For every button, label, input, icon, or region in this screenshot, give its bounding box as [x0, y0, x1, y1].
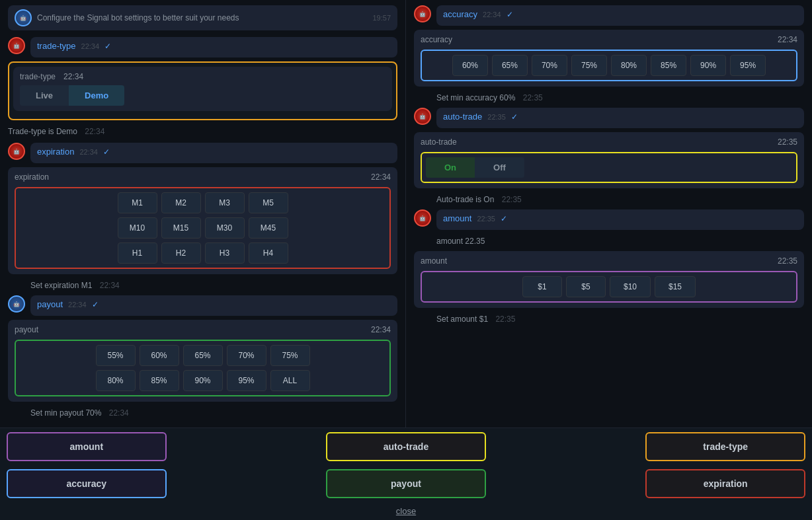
autotrade-msg-row: 🤖 auto-trade 22:35 ✓ — [414, 108, 804, 128]
autotrade-on-button[interactable]: On — [426, 157, 475, 178]
trade-type-inner-header: trade-type 22:34 — [20, 72, 386, 81]
accuracy-65[interactable]: 65% — [492, 55, 528, 76]
bottom-row-1: amount auto-trade trade-type — [0, 428, 812, 465]
trade-type-info: Trade-type is Demo 22:34 — [8, 124, 397, 139]
exp-btn-m30[interactable]: M30 — [205, 217, 245, 239]
exp-btn-m1[interactable]: M1 — [118, 192, 157, 213]
payout-60[interactable]: 60% — [140, 345, 179, 366]
bot-avatar-red3: 🤖 — [414, 5, 431, 22]
payout-55[interactable]: 55% — [96, 345, 136, 366]
amount-label-bubble: amount 22:35 ✓ — [436, 209, 804, 230]
trade-type-label: trade-type — [37, 41, 76, 51]
payout-section: payout 22:34 55% 60% 65% 70% 75% 80% 85%… — [8, 320, 397, 402]
accuracy-section: accuracy 22:34 60% 65% 70% 75% 80% 85% 9… — [414, 30, 804, 87]
accuracy-msg-row: 🤖 accuracy 22:34 ✓ — [414, 5, 804, 26]
amount-section: amount 22:35 $1 $5 $10 $15 — [414, 251, 804, 308]
exp-btn-m10[interactable]: M10 — [118, 217, 157, 239]
exp-row-1: M1 M2 M3 M5 — [20, 192, 386, 213]
live-button[interactable]: Live — [20, 85, 69, 106]
amount-1[interactable]: $1 — [522, 276, 562, 297]
accuracy-timestamp: 22:34 — [483, 11, 501, 19]
autotrade-label-bubble: auto-trade 22:35 ✓ — [436, 108, 804, 128]
payout-85[interactable]: 85% — [140, 370, 179, 391]
expiration-timestamp: 22:34 — [79, 148, 98, 156]
accuracy-95[interactable]: 95% — [730, 55, 766, 76]
accuracy-check: ✓ — [507, 10, 513, 19]
amount-15[interactable]: $15 — [655, 276, 696, 297]
accuracy-80[interactable]: 80% — [611, 55, 647, 76]
trade-type-timestamp: 22:34 — [81, 42, 100, 50]
autotrade-info: Auto-trade is On 22:35 — [414, 192, 804, 207]
close-row: close — [0, 502, 812, 520]
trade-type-btn-group: Live Demo — [20, 85, 386, 106]
amount-grid: $1 $5 $10 $15 — [421, 271, 797, 303]
bottom-autotrade-button[interactable]: auto-trade — [326, 432, 486, 461]
bottom-payout-button[interactable]: payout — [326, 469, 486, 498]
bottom-row-2: accuracy payout expiration — [0, 465, 812, 502]
autotrade-check: ✓ — [511, 112, 518, 122]
payout-label: payout — [37, 299, 63, 309]
exp-btn-h3[interactable]: H3 — [205, 242, 245, 264]
expiration-label-bubble: expiration 22:34 ✓ — [30, 143, 397, 163]
demo-button[interactable]: Demo — [69, 85, 124, 106]
payout-75[interactable]: 75% — [270, 345, 310, 366]
autotrade-off-button[interactable]: Off — [475, 157, 524, 178]
amount-check: ✓ — [501, 214, 507, 223]
expiration-set-info: Set expiration M1 22:34 — [8, 278, 397, 293]
exp-row-2: M10 M15 M30 M45 — [20, 217, 386, 239]
autotrade-label: auto-trade — [443, 112, 482, 122]
amount-timestamp: 22:35 — [477, 215, 495, 223]
bottom-tradetype-button[interactable]: trade-type — [645, 432, 805, 461]
amount-msg-row: 🤖 amount 22:35 ✓ — [414, 209, 804, 230]
accuracy-set-info: Set min accuracy 60% 22:35 — [414, 91, 804, 105]
accuracy-85[interactable]: 85% — [651, 55, 686, 76]
expiration-msg-row: 🤖 expiration 22:34 ✓ — [8, 143, 397, 163]
amount-5[interactable]: $5 — [566, 276, 606, 297]
bot-avatar-red4: 🤖 — [414, 108, 431, 125]
accuracy-90[interactable]: 90% — [690, 55, 726, 76]
bottom-expiration-button[interactable]: expiration — [645, 469, 805, 498]
accuracy-row-1: 60% 65% 70% 75% 80% 85% 90% 95% — [426, 55, 792, 76]
payout-80[interactable]: 80% — [96, 370, 136, 391]
exp-btn-m45[interactable]: M45 — [249, 217, 288, 239]
payout-65[interactable]: 65% — [183, 345, 223, 366]
bot-avatar-red2: 🤖 — [8, 143, 25, 160]
exp-btn-m3[interactable]: M3 — [205, 192, 245, 213]
bot-avatar-blue2: 🤖 — [8, 295, 25, 313]
payout-row-1: 55% 60% 65% 70% 75% — [20, 345, 386, 366]
payout-grid: 55% 60% 65% 70% 75% 80% 85% 90% 95% ALL — [15, 340, 391, 396]
expiration-section: expiration 22:34 M1 M2 M3 M5 M10 M15 M30… — [8, 167, 397, 274]
payout-all[interactable]: ALL — [270, 370, 310, 391]
expiration-label: expiration — [37, 147, 74, 157]
bot-avatar-red5: 🤖 — [414, 209, 431, 227]
close-button[interactable]: close — [396, 506, 416, 516]
payout-section-header: payout 22:34 — [15, 325, 391, 334]
payout-90[interactable]: 90% — [183, 370, 223, 391]
autotrade-timestamp: 22:35 — [487, 113, 506, 121]
accuracy-70[interactable]: 70% — [532, 55, 567, 76]
exp-btn-h4[interactable]: H4 — [249, 242, 288, 264]
amount-10[interactable]: $10 — [610, 276, 651, 297]
expiration-section-header: expiration 22:34 — [15, 172, 391, 182]
trade-type-outer-box: trade-type 22:34 Live Demo — [8, 61, 397, 120]
payout-label-bubble: payout 22:34 ✓ — [30, 295, 397, 316]
header-timestamp: 19:57 — [372, 14, 391, 22]
accuracy-label-bubble: accuracy 22:34 ✓ — [436, 5, 804, 26]
expiration-check: ✓ — [103, 147, 110, 157]
amount-section-header: amount 22:35 — [421, 256, 797, 266]
accuracy-75[interactable]: 75% — [571, 55, 607, 76]
bottom-amount-button[interactable]: amount — [7, 432, 167, 461]
exp-btn-h2[interactable]: H2 — [161, 242, 201, 264]
exp-btn-m15[interactable]: M15 — [161, 217, 201, 239]
exp-btn-m2[interactable]: M2 — [161, 192, 201, 213]
exp-btn-h1[interactable]: H1 — [118, 242, 157, 264]
bottom-accuracy-button[interactable]: accuracy — [7, 469, 167, 498]
payout-msg-row: 🤖 payout 22:34 ✓ — [8, 295, 397, 316]
autotrade-section: auto-trade 22:35 On Off — [414, 132, 804, 188]
amount-label: amount — [443, 213, 471, 223]
exp-btn-m5[interactable]: M5 — [249, 192, 288, 213]
accuracy-60[interactable]: 60% — [452, 55, 488, 76]
payout-70[interactable]: 70% — [227, 345, 266, 366]
payout-95[interactable]: 95% — [227, 370, 266, 391]
expiration-grid: M1 M2 M3 M5 M10 M15 M30 M45 H1 H2 H3 H4 — [15, 187, 391, 269]
